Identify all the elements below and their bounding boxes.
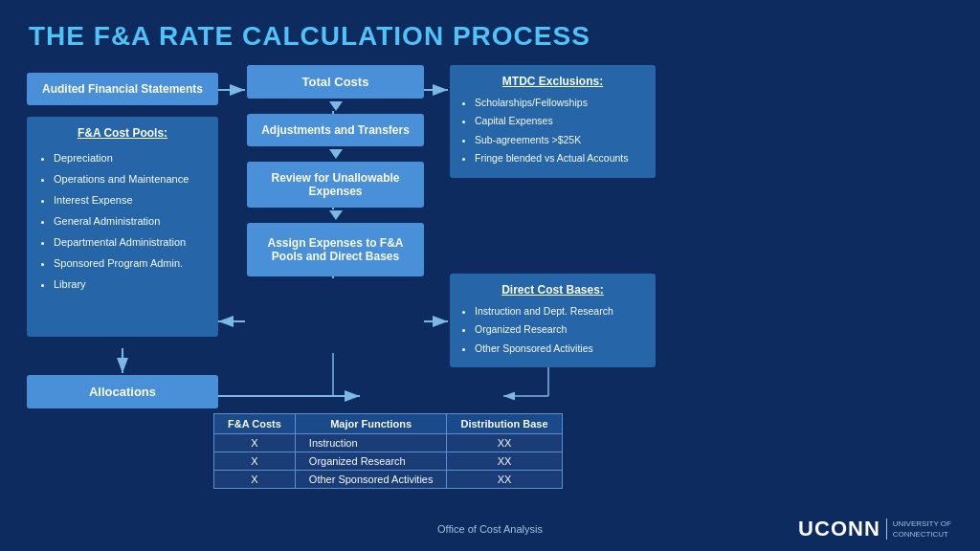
table-row: X Instruction XX	[214, 434, 563, 452]
direct-cost-title: Direct Cost Bases:	[461, 283, 644, 297]
table-cell: Other Sponsored Activities	[295, 471, 447, 489]
assign-box: Assign Expenses to F&A Pools and Direct …	[247, 223, 424, 276]
review-label: Review for Unallowable Expenses	[271, 171, 399, 198]
list-item: Fringe blended vs Actual Accounts	[475, 149, 644, 167]
direct-list: Instruction and Dept. Research Organized…	[461, 302, 644, 358]
list-item: Capital Expenses	[475, 112, 644, 130]
table-cell: XX	[447, 471, 562, 489]
list-item: Interest Expense	[54, 189, 205, 210]
table-cell: Organized Research	[295, 452, 447, 471]
col-header-fa: F&A Costs	[214, 414, 296, 434]
uconn-text: UCONN	[798, 517, 880, 541]
fa-pools-list: Depreciation Operations and Maintenance …	[40, 147, 205, 295]
allocations-box: Allocations	[27, 375, 218, 408]
list-item: Departmental Administration	[54, 231, 205, 253]
total-costs-label: Total Costs	[302, 75, 369, 89]
fa-cost-pools-box: F&A Cost Pools: Depreciation Operations …	[27, 117, 218, 337]
col-header-functions: Major Functions	[295, 414, 447, 434]
arrow-down-3	[329, 210, 343, 220]
adjustments-label: Adjustments and Transfers	[261, 123, 410, 137]
table-cell: XX	[447, 452, 562, 471]
list-item: Library	[54, 274, 205, 295]
audited-financial-box: Audited Financial Statements	[27, 73, 218, 105]
list-item: Sub-agreements >$25K	[475, 131, 644, 149]
page-title: THE F&A RATE CALCULATION PROCESS	[0, 0, 980, 61]
uconn-sub-line2: CONNECTICUT	[893, 529, 951, 540]
list-item: Organized Research	[475, 320, 644, 339]
footer: Office of Cost Analysis UCONN UNIVERSITY…	[0, 517, 980, 541]
review-box: Review for Unallowable Expenses	[247, 162, 424, 208]
uconn-logo: UCONN UNIVERSITY OF CONNECTICUT	[798, 517, 951, 541]
mtdc-box: MTDC Exclusions: Scholarships/Fellowship…	[450, 65, 656, 178]
table-cell: X	[214, 452, 296, 471]
list-item: General Administration	[54, 210, 205, 231]
table-cell: XX	[447, 434, 562, 452]
table-row: X Organized Research XX	[214, 452, 563, 471]
table-cell: X	[214, 434, 296, 452]
arrow-down-2	[329, 149, 343, 159]
mtdc-title: MTDC Exclusions:	[461, 75, 644, 88]
direct-cost-box: Direct Cost Bases: Instruction and Dept.…	[450, 274, 656, 367]
footer-office: Office of Cost Analysis	[338, 523, 642, 535]
col-header-distribution: Distribution Base	[447, 414, 562, 434]
list-item: Scholarships/Fellowships	[475, 94, 644, 112]
adjustments-box: Adjustments and Transfers	[247, 114, 424, 146]
allocations-label: Allocations	[89, 385, 156, 399]
distribution-table: F&A Costs Major Functions Distribution B…	[213, 413, 563, 489]
list-item: Instruction and Dept. Research	[475, 302, 644, 320]
uconn-sub-line1: UNIVERSITY OF	[893, 518, 951, 529]
uconn-subtitle: UNIVERSITY OF CONNECTICUT	[886, 518, 951, 540]
list-item: Sponsored Program Admin.	[54, 253, 205, 274]
distribution-table-container: F&A Costs Major Functions Distribution B…	[213, 413, 563, 489]
arrow-down-1	[329, 101, 343, 111]
list-item: Other Sponsored Activities	[475, 340, 644, 358]
list-item: Operations and Maintenance	[54, 168, 205, 189]
assign-label: Assign Expenses to F&A Pools and Direct …	[267, 236, 403, 263]
fa-pools-title: F&A Cost Pools:	[40, 126, 205, 140]
table-cell: X	[214, 471, 296, 489]
footer-logo: UCONN UNIVERSITY OF CONNECTICUT	[647, 517, 951, 541]
table-row: X Other Sponsored Activities XX	[214, 471, 563, 489]
total-costs-box: Total Costs	[247, 65, 424, 99]
mtdc-list: Scholarships/Fellowships Capital Expense…	[461, 94, 644, 168]
table-cell: Instruction	[295, 434, 447, 452]
audited-label: Audited Financial Statements	[42, 82, 203, 96]
list-item: Depreciation	[54, 147, 205, 168]
